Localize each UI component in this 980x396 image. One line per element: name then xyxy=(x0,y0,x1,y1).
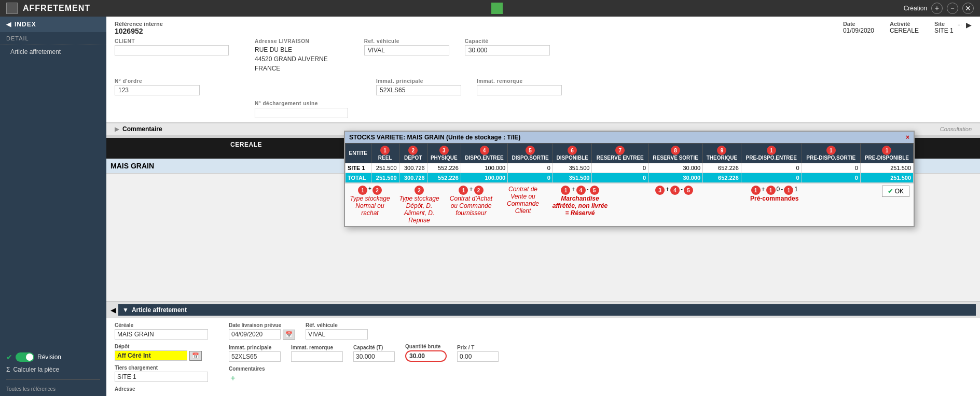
td-pre-dispo: 251.500 xyxy=(860,163,913,173)
sidebar-index[interactable]: ◀ INDEX xyxy=(0,17,106,32)
add-comment-icon[interactable]: ＋ xyxy=(229,373,972,384)
add-button[interactable]: ＋ xyxy=(931,3,943,14)
immat-rem-input[interactable] xyxy=(477,85,562,95)
immat-rem-label: Immat. remorque xyxy=(477,78,562,84)
ok-button[interactable]: ✔ OK xyxy=(882,186,909,197)
td-total-label: TOTAL xyxy=(346,173,371,183)
site-label: Site xyxy=(934,21,954,27)
legend-1-text: Type stockage Normal ou rachat xyxy=(349,195,391,217)
client-row2: N° d'ordre Immat. principale Immat. remo… xyxy=(115,75,972,95)
depot-label: Dépôt xyxy=(115,344,229,349)
immat-rem-art-input[interactable] xyxy=(291,351,343,362)
activite-label: Activité xyxy=(890,21,919,27)
legend-6: 3+4-5 xyxy=(655,186,693,195)
td-dispo-entree: 100.000 xyxy=(461,163,507,173)
th-depot: 2DEPOT xyxy=(399,144,427,163)
app-title: AFFRETEMENT xyxy=(23,4,90,13)
revision-label: Révision xyxy=(37,353,61,361)
th-reel: 1REEL xyxy=(371,144,399,163)
td-reel: 251.500 xyxy=(371,163,399,173)
depot-field: Dépôt 📅 xyxy=(115,344,229,361)
adresse-art-label: Adresse xyxy=(115,386,229,392)
td-physique: 552.226 xyxy=(427,163,461,173)
capacite-input[interactable] xyxy=(465,45,550,55)
ok-button-container: ✔ OK xyxy=(882,186,909,197)
depot-input[interactable] xyxy=(115,350,187,361)
revision-toggle[interactable] xyxy=(16,352,34,362)
calc-row[interactable]: Σ Calculer la pièce xyxy=(6,366,100,373)
date-group: Date 01/09/2020 xyxy=(843,21,874,34)
ref-veh-group: Ref. véhicule xyxy=(364,38,449,55)
td-dispo-sortie: 0 xyxy=(508,163,553,173)
adresse-art-field: Adresse xyxy=(115,386,229,392)
activite-group: Activité CEREALE xyxy=(890,21,919,34)
qte-brute-field: Quantité brute xyxy=(405,344,447,362)
expand-button[interactable]: ▶ xyxy=(966,21,972,29)
article-body: Céréale Dépôt 📅 Tiers chargement xyxy=(106,318,980,396)
cereale-input[interactable] xyxy=(115,329,208,340)
main-layout: ◀ INDEX DETAIL Article affretement ✔ Rév… xyxy=(0,17,980,396)
legend-4-text: Contrat de Vente ou Commande Client xyxy=(500,186,546,215)
ordre-input[interactable] xyxy=(115,85,200,95)
ref-veh-art-input[interactable] xyxy=(306,329,368,340)
cereale-field: Céréale xyxy=(115,322,229,340)
more-button[interactable]: ... xyxy=(958,21,962,26)
sidebar-article-label: Article affretement xyxy=(10,48,61,55)
close-button[interactable]: ✕ xyxy=(962,3,974,14)
date-livr-input[interactable] xyxy=(229,329,281,340)
commentaires-label: Commentaires xyxy=(229,366,972,372)
ref-veh-input[interactable] xyxy=(364,45,449,55)
legend-7: 1+10-11 Pré-commandes xyxy=(750,186,798,202)
triangle-down-icon: ▼ xyxy=(122,306,129,314)
calendar-button[interactable]: 📅 xyxy=(189,351,202,361)
green-indicator xyxy=(491,3,503,14)
th-pre-dispo: 1PRE-DISPONIBLE xyxy=(860,144,913,163)
date-cal-button[interactable]: 📅 xyxy=(283,330,295,340)
divider xyxy=(6,379,100,380)
immat-art-input[interactable] xyxy=(229,351,281,362)
immat-input[interactable] xyxy=(376,85,461,95)
dechargement-label: N° déchargement usine xyxy=(255,101,318,106)
legend-2-text: Type stockage Dépôt, D. Aliment, D. Repr… xyxy=(396,195,443,224)
td-entite: SITE 1 xyxy=(346,163,371,173)
immat-art-label: Immat. principale xyxy=(229,345,281,350)
dechargement-input[interactable] xyxy=(255,108,348,118)
ref-value: 1026952 xyxy=(115,27,163,35)
tiers-field: Tiers chargement xyxy=(115,365,229,382)
prix-art-input[interactable] xyxy=(457,351,499,362)
qte-brute-input[interactable] xyxy=(405,350,447,362)
th-dispo-sortie: 5DISPO.SORTIE xyxy=(508,144,553,163)
top-bar-center xyxy=(95,3,899,14)
ref-section: Référence interne 1026952 xyxy=(115,21,163,35)
tiers-label: Tiers chargement xyxy=(115,365,229,371)
date-livr-row: 📅 xyxy=(229,329,295,340)
td-pre-sortie: 0 xyxy=(802,163,860,173)
capacite-art-input[interactable] xyxy=(353,351,395,362)
ok-label: OK xyxy=(895,188,904,195)
qte-brute-label: Quantité brute xyxy=(405,344,447,349)
adresse-line3: FRANCE xyxy=(255,64,328,73)
client-row: CLIENT Adresse LIVRAISON RUE DU BLE 4452… xyxy=(115,35,972,73)
td-res-entree: 0 xyxy=(592,163,648,173)
dechargement-section: N° déchargement usine xyxy=(115,100,972,118)
client-input[interactable] xyxy=(115,45,229,55)
nav-back-icon[interactable]: ◀ xyxy=(111,306,116,314)
ref-veh-art-label: Réf. véhicule xyxy=(306,322,368,328)
immat-art-field: Immat. principale xyxy=(229,345,281,362)
index-label: INDEX xyxy=(15,21,36,28)
legend-2-badges: 2 xyxy=(415,186,424,195)
stocks-close-button[interactable]: × xyxy=(906,134,909,141)
legend-5-text: Marchandise affrêtée, non livrée = Réser… xyxy=(551,195,609,217)
minus-button[interactable]: － xyxy=(947,3,958,14)
tiers-input[interactable] xyxy=(115,372,208,382)
legend-3: 1+2 Contrat d'Achat ou Commande fourniss… xyxy=(448,186,494,217)
td-total-res-sortie: 30.000 xyxy=(648,173,703,183)
td-total-pre-entree: 0 xyxy=(741,173,802,183)
stocks-row-site1: SITE 1 251.500 300.726 552.226 100.000 0… xyxy=(346,163,914,173)
toutes-row[interactable]: Toutes les références xyxy=(6,386,100,392)
legend-row: 1 + 2 Type stockage Normal ou rachat 2 T… xyxy=(345,183,914,226)
legend-4: Contrat de Vente ou Commande Client xyxy=(500,186,546,215)
legend-7-text: Pré-commandes xyxy=(750,195,798,202)
sidebar-item-article[interactable]: Article affretement xyxy=(0,45,106,59)
td-total-pre-dispo: 251.500 xyxy=(860,173,913,183)
